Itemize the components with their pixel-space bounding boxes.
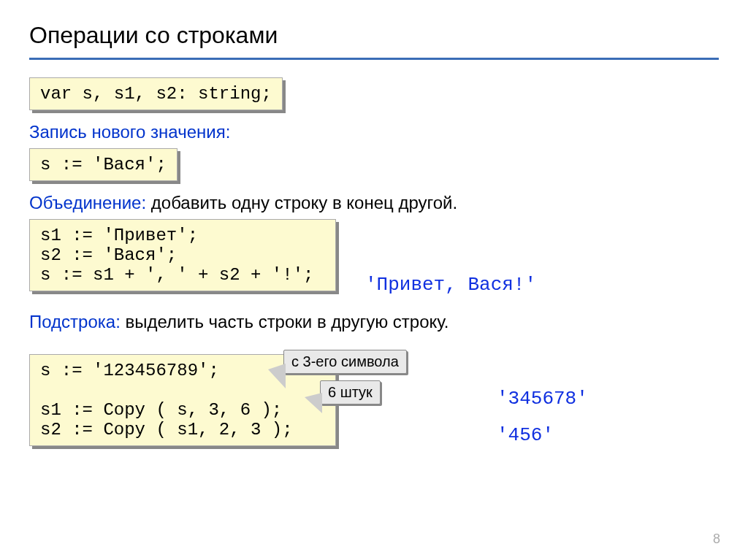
- section-substr-label: Подстрока: выделить часть строки в другу…: [29, 312, 719, 332]
- desc-concat: добавить одну строку в конец другой.: [146, 193, 457, 212]
- callout-text-1: с 3-его символа: [291, 353, 399, 369]
- callout-text-2: 6 штук: [328, 384, 373, 400]
- page-number: 8: [713, 532, 720, 547]
- code-declaration: var s, s1, s2: string;: [29, 77, 283, 110]
- result-concat: 'Привет, Вася!': [365, 274, 536, 296]
- results-column: '345678' '456': [497, 388, 588, 450]
- code-assign: s := 'Вася';: [29, 148, 178, 181]
- term-substr: Подстрока:: [29, 312, 121, 331]
- concat-row: s1 := 'Привет'; s2 := 'Вася'; s := s1 + …: [29, 219, 719, 296]
- code-concat: s1 := 'Привет'; s2 := 'Вася'; s := s1 + …: [29, 219, 336, 291]
- result-substr-2: '456': [497, 424, 588, 446]
- callout-from-3rd: с 3-его символа: [283, 350, 407, 374]
- callout-tail-icon: [305, 393, 322, 413]
- term-assign: Запись нового значения:: [29, 122, 230, 142]
- substr-row: s := '123456789'; s1 := Copy ( s, 3, 6 )…: [29, 354, 719, 450]
- result-substr-1: '345678': [497, 388, 588, 410]
- section-assign-label: Запись нового значения:: [29, 122, 719, 142]
- callout-tail-icon: [268, 364, 286, 388]
- callout-6-items: 6 штук: [320, 380, 381, 404]
- page-title: Операции со строками: [29, 22, 719, 49]
- desc-substr: выделить часть строки в другую строку.: [121, 312, 449, 331]
- term-concat: Объединение:: [29, 193, 146, 212]
- section-concat-label: Объединение: добавить одну строку в коне…: [29, 193, 719, 213]
- title-divider: [29, 58, 719, 60]
